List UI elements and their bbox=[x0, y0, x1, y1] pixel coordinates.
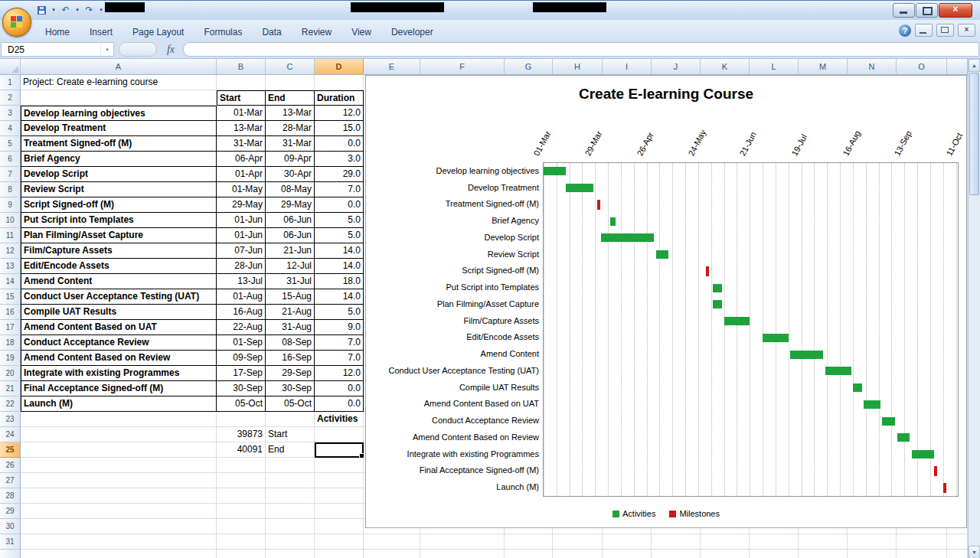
activity-bar[interactable] bbox=[544, 167, 566, 175]
save-icon[interactable] bbox=[35, 4, 48, 17]
cell[interactable]: Develop learning objectives bbox=[21, 106, 217, 121]
cell[interactable]: 31-Jul bbox=[266, 274, 315, 289]
cell[interactable]: Start bbox=[217, 90, 266, 106]
column-header-G[interactable]: G bbox=[505, 59, 553, 75]
cell[interactable]: 7.0 bbox=[315, 335, 364, 351]
cell[interactable]: 0.0 bbox=[315, 396, 364, 412]
cell[interactable]: 9.0 bbox=[315, 320, 364, 335]
row-header-14[interactable]: 14 bbox=[0, 274, 21, 289]
scroll-down-arrow[interactable]: ▼ bbox=[969, 546, 980, 558]
legend-item[interactable]: Activities bbox=[612, 509, 655, 518]
cell[interactable] bbox=[315, 473, 364, 488]
cell[interactable] bbox=[947, 534, 968, 550]
cell[interactable]: Final Acceptance Signed-off (M) bbox=[21, 381, 217, 396]
cell[interactable]: Script Signed-off (M) bbox=[21, 197, 217, 213]
cell[interactable] bbox=[848, 534, 897, 550]
formula-input[interactable] bbox=[183, 42, 979, 57]
column-header-B[interactable]: B bbox=[217, 59, 266, 75]
cell[interactable]: Conduct Acceptance Review bbox=[21, 335, 217, 351]
cell[interactable] bbox=[315, 504, 364, 519]
milestone-marker[interactable] bbox=[706, 266, 709, 276]
cell[interactable] bbox=[21, 473, 217, 488]
cell[interactable] bbox=[266, 534, 315, 550]
ribbon-tab-review[interactable]: Review bbox=[292, 23, 341, 40]
row-header-6[interactable]: 6 bbox=[0, 152, 21, 167]
cell[interactable]: 12-Jul bbox=[266, 259, 315, 274]
cell[interactable]: 0.0 bbox=[315, 381, 364, 396]
cell[interactable] bbox=[553, 534, 603, 550]
column-header-J[interactable]: J bbox=[652, 59, 701, 75]
column-header-H[interactable]: H bbox=[553, 59, 603, 75]
column-header-A[interactable]: A bbox=[21, 59, 217, 75]
cell[interactable]: 01-Aug bbox=[217, 289, 266, 305]
help-button[interactable]: ? bbox=[899, 24, 911, 37]
undo-icon[interactable]: ↶ bbox=[59, 4, 72, 17]
cell[interactable] bbox=[315, 458, 364, 473]
cell[interactable]: 7.0 bbox=[315, 182, 364, 197]
cell[interactable] bbox=[364, 550, 420, 558]
milestone-marker[interactable] bbox=[943, 483, 946, 493]
cell[interactable] bbox=[217, 473, 266, 488]
ribbon-tab-home[interactable]: Home bbox=[35, 23, 80, 40]
ribbon-tab-data[interactable]: Data bbox=[252, 23, 291, 40]
legend-item[interactable]: Milestones bbox=[669, 509, 720, 518]
cell[interactable] bbox=[315, 534, 364, 550]
cell[interactable]: Develop Treatment bbox=[21, 121, 217, 136]
column-header-D[interactable]: D bbox=[315, 59, 364, 75]
row-header-1[interactable]: 1 bbox=[0, 75, 21, 90]
cell[interactable] bbox=[799, 534, 848, 550]
cell[interactable]: 01-May bbox=[217, 182, 266, 197]
column-header-O[interactable]: O bbox=[897, 59, 947, 75]
cell[interactable]: 08-May bbox=[266, 182, 315, 197]
cell[interactable]: Compile UAT Results bbox=[21, 305, 217, 320]
cell[interactable]: Review Script bbox=[21, 182, 217, 197]
cell[interactable] bbox=[897, 534, 947, 550]
chart-legend[interactable]: ActivitiesMilestones bbox=[366, 509, 966, 518]
cell[interactable] bbox=[21, 504, 217, 519]
cell[interactable]: 13-Mar bbox=[217, 121, 266, 136]
row-header-31[interactable]: 31 bbox=[0, 534, 21, 550]
chevron-down-icon[interactable]: ▾ bbox=[51, 7, 57, 13]
cell[interactable] bbox=[217, 534, 266, 550]
cell[interactable] bbox=[266, 519, 315, 534]
row-header-23[interactable]: 23 bbox=[0, 412, 21, 427]
cell[interactable]: Amend Content Based on UAT bbox=[21, 320, 217, 335]
cell[interactable] bbox=[217, 412, 266, 427]
cell[interactable]: 29-Sep bbox=[266, 366, 315, 381]
cell[interactable]: Conduct User Acceptance Testing (UAT) bbox=[21, 289, 217, 305]
cell[interactable]: Amend Content Based on Review bbox=[21, 351, 217, 366]
cell[interactable]: 5.0 bbox=[315, 305, 364, 320]
cell[interactable]: 05-Oct bbox=[266, 396, 315, 412]
cell[interactable] bbox=[266, 550, 315, 558]
cell[interactable] bbox=[21, 534, 217, 550]
cell[interactable]: 12.0 bbox=[315, 366, 364, 381]
cell[interactable] bbox=[799, 550, 848, 558]
cell[interactable]: Start bbox=[266, 427, 315, 442]
row-header-11[interactable]: 11 bbox=[0, 228, 21, 243]
column-header-F[interactable]: F bbox=[420, 59, 505, 75]
cell[interactable]: Integrate with existing Programmes bbox=[21, 366, 217, 381]
cell[interactable] bbox=[21, 488, 217, 504]
cell[interactable] bbox=[217, 504, 266, 519]
chart-title[interactable]: Create E-learning Course bbox=[366, 86, 966, 103]
cell[interactable] bbox=[21, 442, 217, 458]
ribbon-tab-developer[interactable]: Developer bbox=[381, 23, 443, 40]
cell[interactable] bbox=[21, 519, 217, 534]
cell[interactable] bbox=[603, 550, 652, 558]
activity-bar[interactable] bbox=[763, 334, 789, 342]
cell[interactable]: Amend Content bbox=[21, 274, 217, 289]
activity-bar[interactable] bbox=[610, 217, 616, 226]
activity-bar[interactable] bbox=[713, 300, 722, 308]
activity-bar[interactable] bbox=[853, 383, 862, 392]
minimize-button[interactable] bbox=[893, 3, 915, 18]
cell[interactable] bbox=[750, 550, 799, 558]
cell[interactable]: 14.0 bbox=[315, 289, 364, 305]
row-header-21[interactable]: 21 bbox=[0, 381, 21, 396]
cell[interactable]: 40091 bbox=[217, 442, 266, 458]
cell[interactable] bbox=[21, 458, 217, 473]
row-header-20[interactable]: 20 bbox=[0, 366, 21, 381]
cell[interactable]: 39873 bbox=[217, 427, 266, 442]
column-header-K[interactable]: K bbox=[701, 59, 750, 75]
chart-plot-area[interactable] bbox=[543, 162, 959, 497]
cell[interactable]: 09-Sep bbox=[217, 351, 266, 366]
